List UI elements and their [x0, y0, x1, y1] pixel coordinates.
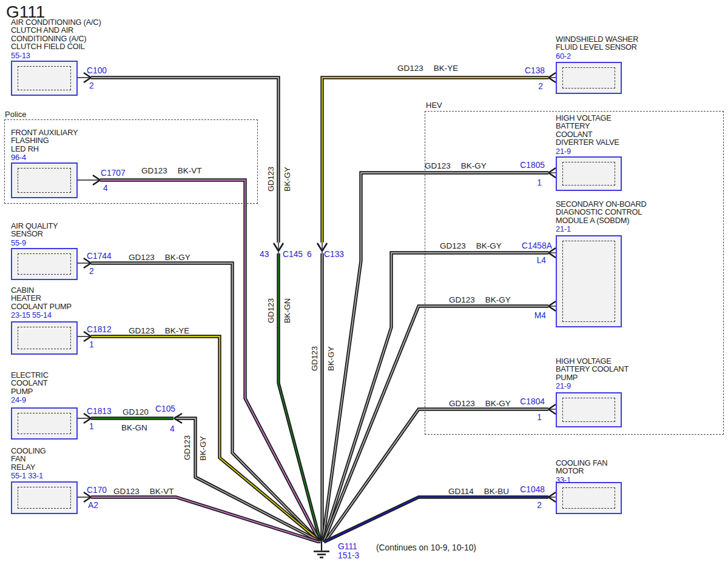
- component-label-electric-coolant-pump: ELECTRIC COOLANT PUMP 24-9: [11, 371, 150, 404]
- component-name: SECONDARY ON-BOARD DIAGNOSTIC CONTROL MO…: [556, 200, 695, 224]
- component-label-air-quality-sensor: AIR QUALITY SENSOR 55-9: [11, 222, 150, 247]
- page-ref-link[interactable]: 55-13: [11, 52, 150, 59]
- component-box-cooling-fan-relay[interactable]: [11, 481, 78, 514]
- circuit-number: GD123: [113, 487, 140, 496]
- component-box-inner: [562, 487, 615, 509]
- component-box-inner: [18, 327, 71, 349]
- connector-label-c1707[interactable]: C1707: [101, 169, 126, 178]
- wire-label-vertical-circuit: GD123: [183, 424, 192, 472]
- component-box-ac-clutch[interactable]: [11, 61, 78, 96]
- component-box-coolant-diverter-valve[interactable]: [556, 156, 622, 191]
- component-name: COOLING FAN RELAY: [11, 447, 150, 471]
- connector-label-c170[interactable]: C170: [87, 486, 107, 495]
- component-label-led-rh: FRONT AUXILIARY FLASHING LED RH 96-4: [11, 129, 150, 162]
- component-label-cooling-fan-motor: COOLING FAN MOTOR 33-1: [556, 459, 695, 484]
- page-ref-link[interactable]: 21-1: [556, 225, 695, 233]
- component-name: CABIN HEATER COOLANT PUMP: [11, 286, 150, 310]
- connector-label-c105[interactable]: C105: [155, 404, 175, 413]
- pin-label: 1: [89, 340, 94, 349]
- connector-label-c1812[interactable]: C1812: [87, 325, 112, 334]
- connector-label-c1458a[interactable]: C1458A: [522, 241, 552, 250]
- component-box-cooling-fan-motor[interactable]: [556, 482, 622, 514]
- wire-color: BK-VT: [178, 166, 202, 175]
- page-ref-link[interactable]: 21-9: [556, 382, 695, 390]
- wire-color: BK-GY: [165, 253, 190, 262]
- wire-label-gd123-bk-gy-m4: GD123BK-GY: [449, 295, 511, 304]
- wire-color: BK-BU: [484, 487, 509, 496]
- connector-label-c100[interactable]: C100: [87, 66, 107, 75]
- component-box-cabin-heater-pump[interactable]: [11, 321, 78, 355]
- pin-label: 2: [507, 501, 542, 510]
- component-name: FRONT AUXILIARY FLASHING LED RH: [11, 129, 150, 153]
- wire-color: BK-VT: [150, 487, 174, 496]
- page-ref-link[interactable]: 24-9: [11, 396, 150, 404]
- ground-symbol: [314, 541, 329, 558]
- connector-label-c133[interactable]: C133: [324, 250, 344, 259]
- component-label-ac-clutch: AIR CONDITIONING (A/C) CLUTCH AND AIR CO…: [11, 18, 150, 59]
- wire-label-gd123-bk-vt-2: GD123BK-VT: [113, 487, 174, 496]
- component-label-cabin-heater-pump: CABIN HEATER COOLANT PUMP 23-15 55-14: [11, 286, 150, 319]
- component-label-sobdm: SECONDARY ON-BOARD DIAGNOSTIC CONTROL MO…: [556, 200, 695, 233]
- pin-label: 2: [510, 82, 543, 91]
- wire-color: BK-GY: [485, 399, 511, 408]
- component-box-led-rh[interactable]: [11, 162, 78, 198]
- continuation-note: (Continues on 10-9, 10-10): [376, 543, 476, 552]
- component-box-washer-fluid-sensor[interactable]: [556, 62, 622, 94]
- page-ref-link[interactable]: 33-1: [556, 476, 695, 484]
- connector-label-c1805[interactable]: C1805: [507, 161, 545, 170]
- pin-label-c133: 6: [307, 250, 312, 259]
- wire-color: BK-YE: [434, 64, 459, 73]
- page-ref-link[interactable]: 60-2: [556, 52, 695, 60]
- page-ref-link[interactable]: 96-4: [11, 153, 150, 161]
- connector-label-c1804[interactable]: C1804: [507, 397, 545, 406]
- wire-label-gd123-bk-vt: GD123BK-VT: [141, 166, 202, 175]
- connector-label-c145[interactable]: C145: [283, 250, 303, 259]
- component-label-cooling-fan-relay: COOLING FAN RELAY 55-1 33-1: [11, 447, 150, 480]
- component-box-air-quality-sensor[interactable]: [11, 248, 78, 280]
- pin-label: 4: [103, 184, 108, 193]
- component-label-washer-fluid-sensor: WINDSHIELD WASHER FLUID LEVEL SENSOR 60-…: [556, 35, 695, 60]
- wire-color: BK-GY: [476, 241, 502, 250]
- connector-label-c138[interactable]: C138: [510, 66, 545, 75]
- component-box-inner: [18, 168, 71, 193]
- component-box-hv-battery-coolant-pump[interactable]: [556, 392, 622, 427]
- page-ref-link[interactable]: 55-1 33-1: [11, 472, 150, 480]
- page-ref-link[interactable]: 23-15 55-14: [11, 311, 150, 319]
- component-box-inner: [562, 241, 615, 322]
- component-box-inner: [18, 487, 71, 509]
- component-box-sobdm[interactable]: [556, 235, 622, 327]
- circuit-number: GD123: [425, 161, 451, 170]
- wire-color: BK-GY: [485, 295, 511, 304]
- connector-label-c1048[interactable]: C1048: [507, 485, 545, 494]
- wire-label-vertical-color: BK-GY: [326, 335, 335, 383]
- component-box-electric-coolant-pump[interactable]: [11, 407, 78, 440]
- ground-page-ref[interactable]: 151-3: [338, 552, 359, 560]
- component-box-inner: [18, 253, 71, 275]
- wiring-diagram-page: { "title": "G111", "note": "(Continues o…: [0, 0, 728, 562]
- circuit-number: GD123: [397, 64, 423, 73]
- pin-label: L4: [507, 256, 546, 265]
- wire-label-gd123-bk-ye: GD123BK-YE: [397, 64, 458, 73]
- component-name: AIR CONDITIONING (A/C) CLUTCH AND AIR CO…: [11, 18, 150, 51]
- circuit-number: GD123: [449, 399, 475, 408]
- ground-label[interactable]: G111: [338, 543, 357, 551]
- component-label-coolant-diverter-valve: HIGH VOLTAGE BATTERY COOLANT DIVERTER VA…: [556, 114, 695, 155]
- page-ref-link[interactable]: 55-9: [11, 239, 150, 247]
- wire-label-gd123-bk-gy-l4: GD123BK-GY: [440, 241, 502, 250]
- wire-color: BK-YE: [165, 326, 190, 335]
- component-name: COOLING FAN MOTOR: [556, 459, 695, 475]
- component-name: HIGH VOLTAGE BATTERY COOLANT DIVERTER VA…: [556, 114, 695, 147]
- connector-label-c1744[interactable]: C1744: [87, 252, 112, 261]
- connector-label-c1813[interactable]: C1813: [87, 407, 112, 416]
- component-name: WINDSHIELD WASHER FLUID LEVEL SENSOR: [556, 35, 695, 52]
- pin-label: 1: [507, 413, 542, 422]
- wire-label-vertical-color: BK-GY: [283, 155, 292, 204]
- wire-label-gd114-bk-bu: GD114BK-BU: [448, 487, 509, 496]
- page-ref-link[interactable]: 21-9: [556, 147, 695, 155]
- circuit-number: GD123: [141, 166, 167, 175]
- wire-label-gd120: GD120: [123, 407, 149, 416]
- pin-label: 1: [89, 422, 94, 431]
- wire-label-vertical-circuit: GD123: [266, 287, 275, 335]
- component-box-inner: [562, 398, 615, 422]
- wire-label-vertical-circuit: GD123: [310, 335, 319, 383]
